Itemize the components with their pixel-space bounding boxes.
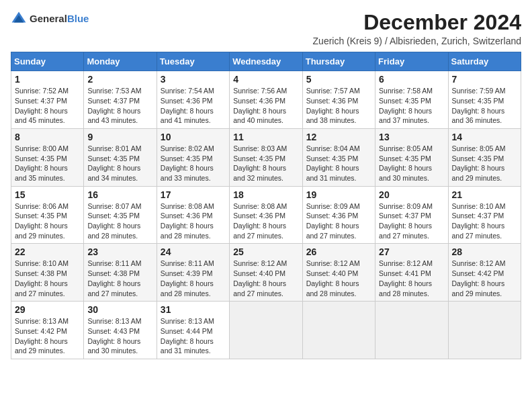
cell-day-number: 10: [161, 132, 226, 142]
calendar-title: December 2024: [313, 11, 521, 34]
cell-day-number: 4: [233, 74, 298, 85]
calendar-cell: 19Sunrise: 8:09 AMSunset: 4:36 PMDayligh…: [302, 186, 375, 244]
calendar-cell: 20Sunrise: 8:09 AMSunset: 4:37 PMDayligh…: [375, 186, 448, 244]
cell-info: Sunrise: 8:08 AMSunset: 4:36 PMDaylight:…: [233, 201, 298, 241]
cell-info: Sunrise: 7:53 AMSunset: 4:37 PMDaylight:…: [87, 86, 152, 126]
cell-info: Sunrise: 8:11 AMSunset: 4:39 PMDaylight:…: [161, 259, 226, 298]
page-header: General Blue December 2024 Zuerich (Krei…: [11, 11, 521, 46]
cell-info: Sunrise: 8:13 AMSunset: 4:43 PMDaylight:…: [87, 316, 152, 356]
cell-info: Sunrise: 8:12 AMSunset: 4:42 PMDaylight:…: [452, 259, 517, 298]
cell-info: Sunrise: 8:00 AMSunset: 4:35 PMDaylight:…: [15, 144, 80, 183]
cell-info: Sunrise: 8:01 AMSunset: 4:35 PMDaylight:…: [87, 144, 152, 183]
cell-info: Sunrise: 7:59 AMSunset: 4:35 PMDaylight:…: [452, 86, 517, 126]
cell-day-number: 7: [452, 74, 517, 85]
header-saturday: Saturday: [448, 52, 521, 71]
header-tuesday: Tuesday: [157, 52, 229, 71]
cell-info: Sunrise: 8:05 AMSunset: 4:35 PMDaylight:…: [379, 144, 444, 183]
cell-day-number: 25: [233, 246, 298, 257]
logo-icon: [11, 11, 27, 27]
cell-info: Sunrise: 7:56 AMSunset: 4:36 PMDaylight:…: [233, 86, 298, 126]
calendar-cell: 11Sunrise: 8:03 AMSunset: 4:35 PMDayligh…: [230, 128, 302, 186]
cell-day-number: 13: [379, 132, 444, 142]
cell-info: Sunrise: 8:13 AMSunset: 4:44 PMDaylight:…: [161, 316, 226, 356]
cell-day-number: 12: [306, 132, 371, 142]
calendar-cell: 30Sunrise: 8:13 AMSunset: 4:43 PMDayligh…: [84, 302, 157, 359]
cell-day-number: 27: [379, 246, 444, 257]
cell-info: Sunrise: 8:11 AMSunset: 4:38 PMDaylight:…: [87, 259, 152, 298]
logo-text: General Blue: [30, 13, 89, 25]
calendar-cell: 3Sunrise: 7:54 AMSunset: 4:36 PMDaylight…: [157, 71, 229, 129]
cell-day-number: 3: [161, 74, 226, 85]
cell-day-number: 22: [15, 246, 80, 257]
header-thursday: Thursday: [302, 52, 375, 71]
cell-day-number: 26: [306, 246, 371, 257]
calendar-table: SundayMondayTuesdayWednesdayThursdayFrid…: [11, 52, 521, 359]
cell-info: Sunrise: 8:12 AMSunset: 4:40 PMDaylight:…: [306, 259, 371, 298]
cell-day-number: 19: [306, 189, 371, 200]
cell-day-number: 28: [452, 246, 517, 257]
cell-info: Sunrise: 8:08 AMSunset: 4:36 PMDaylight:…: [161, 201, 226, 241]
cell-day-number: 14: [452, 132, 517, 142]
title-section: December 2024 Zuerich (Kreis 9) / Albisr…: [313, 11, 521, 46]
cell-day-number: 1: [15, 74, 80, 85]
cell-day-number: 9: [87, 132, 152, 142]
calendar-cell: 17Sunrise: 8:08 AMSunset: 4:36 PMDayligh…: [157, 186, 229, 244]
calendar-cell: [448, 302, 521, 359]
calendar-cell: [230, 302, 302, 359]
cell-info: Sunrise: 8:09 AMSunset: 4:36 PMDaylight:…: [306, 201, 371, 241]
cell-info: Sunrise: 8:02 AMSunset: 4:35 PMDaylight:…: [161, 144, 226, 183]
cell-info: Sunrise: 7:52 AMSunset: 4:37 PMDaylight:…: [15, 86, 80, 126]
cell-day-number: 6: [379, 74, 444, 85]
calendar-cell: 31Sunrise: 8:13 AMSunset: 4:44 PMDayligh…: [157, 302, 229, 359]
cell-info: Sunrise: 8:10 AMSunset: 4:37 PMDaylight:…: [452, 201, 517, 241]
calendar-cell: [302, 302, 375, 359]
calendar-cell: [375, 302, 448, 359]
cell-day-number: 30: [87, 304, 152, 315]
cell-info: Sunrise: 8:04 AMSunset: 4:35 PMDaylight:…: [306, 144, 371, 183]
cell-day-number: 8: [15, 132, 80, 142]
logo-general: General: [30, 13, 67, 25]
week-row-1: 1Sunrise: 7:52 AMSunset: 4:37 PMDaylight…: [11, 71, 521, 129]
cell-day-number: 29: [15, 304, 80, 315]
calendar-cell: 16Sunrise: 8:07 AMSunset: 4:35 PMDayligh…: [84, 186, 157, 244]
calendar-cell: 27Sunrise: 8:12 AMSunset: 4:41 PMDayligh…: [375, 244, 448, 302]
calendar-cell: 29Sunrise: 8:13 AMSunset: 4:42 PMDayligh…: [11, 302, 84, 359]
cell-day-number: 16: [87, 189, 152, 200]
calendar-cell: 15Sunrise: 8:06 AMSunset: 4:35 PMDayligh…: [11, 186, 84, 244]
cell-info: Sunrise: 8:05 AMSunset: 4:35 PMDaylight:…: [452, 144, 517, 183]
cell-day-number: 24: [161, 246, 226, 257]
cell-info: Sunrise: 8:09 AMSunset: 4:37 PMDaylight:…: [379, 201, 444, 241]
cell-day-number: 20: [379, 189, 444, 200]
logo-blue: Blue: [67, 13, 89, 25]
calendar-cell: 1Sunrise: 7:52 AMSunset: 4:37 PMDaylight…: [11, 71, 84, 129]
header-wednesday: Wednesday: [230, 52, 302, 71]
week-row-3: 15Sunrise: 8:06 AMSunset: 4:35 PMDayligh…: [11, 186, 521, 244]
cell-day-number: 23: [87, 246, 152, 257]
calendar-cell: 6Sunrise: 7:58 AMSunset: 4:35 PMDaylight…: [375, 71, 448, 129]
header-sunday: Sunday: [11, 52, 84, 71]
week-row-2: 8Sunrise: 8:00 AMSunset: 4:35 PMDaylight…: [11, 128, 521, 186]
calendar-cell: 28Sunrise: 8:12 AMSunset: 4:42 PMDayligh…: [448, 244, 521, 302]
calendar-cell: 10Sunrise: 8:02 AMSunset: 4:35 PMDayligh…: [157, 128, 229, 186]
cell-day-number: 15: [15, 189, 80, 200]
cell-day-number: 21: [452, 189, 517, 200]
cell-info: Sunrise: 8:07 AMSunset: 4:35 PMDaylight:…: [87, 201, 152, 241]
cell-day-number: 17: [161, 189, 226, 200]
calendar-cell: 18Sunrise: 8:08 AMSunset: 4:36 PMDayligh…: [230, 186, 302, 244]
calendar-cell: 5Sunrise: 7:57 AMSunset: 4:36 PMDaylight…: [302, 71, 375, 129]
calendar-cell: 7Sunrise: 7:59 AMSunset: 4:35 PMDaylight…: [448, 71, 521, 129]
cell-day-number: 18: [233, 189, 298, 200]
calendar-subtitle: Zuerich (Kreis 9) / Albisrieden, Zurich,…: [313, 36, 521, 46]
calendar-cell: 4Sunrise: 7:56 AMSunset: 4:36 PMDaylight…: [230, 71, 302, 129]
calendar-cell: 12Sunrise: 8:04 AMSunset: 4:35 PMDayligh…: [302, 128, 375, 186]
calendar-cell: 13Sunrise: 8:05 AMSunset: 4:35 PMDayligh…: [375, 128, 448, 186]
calendar-cell: 2Sunrise: 7:53 AMSunset: 4:37 PMDaylight…: [84, 71, 157, 129]
cell-info: Sunrise: 8:10 AMSunset: 4:38 PMDaylight:…: [15, 259, 80, 298]
calendar-cell: 24Sunrise: 8:11 AMSunset: 4:39 PMDayligh…: [157, 244, 229, 302]
calendar-cell: 9Sunrise: 8:01 AMSunset: 4:35 PMDaylight…: [84, 128, 157, 186]
calendar-cell: 23Sunrise: 8:11 AMSunset: 4:38 PMDayligh…: [84, 244, 157, 302]
calendar-cell: 22Sunrise: 8:10 AMSunset: 4:38 PMDayligh…: [11, 244, 84, 302]
cell-day-number: 31: [161, 304, 226, 315]
cell-info: Sunrise: 8:03 AMSunset: 4:35 PMDaylight:…: [233, 144, 298, 183]
cell-day-number: 11: [233, 132, 298, 142]
